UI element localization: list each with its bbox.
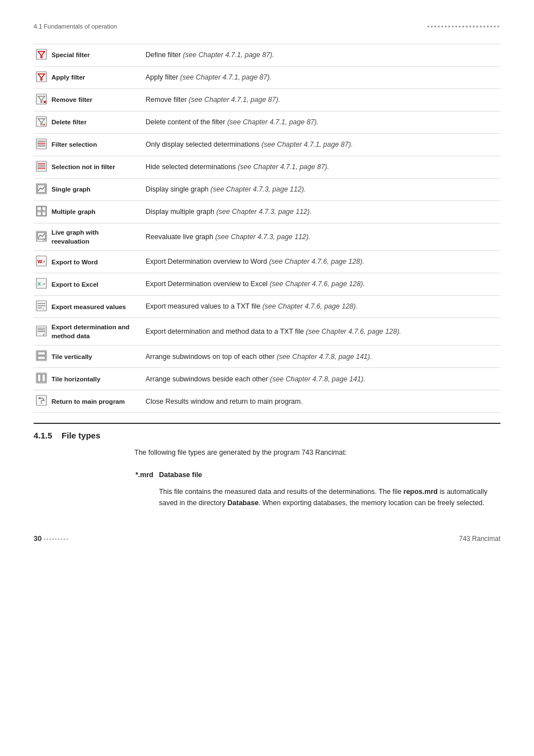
delete-filter-description: Delete content of the filter (see Chapte… [140,111,500,134]
table-row: Filter selectionOnly display selected de… [34,134,500,156]
special-filter-description: Define filter (see Chapter 4.7.1, page 8… [140,44,500,67]
table-row: Selection not in filterHide selected det… [34,156,500,179]
filetypes-table: *.mrdDatabase fileThis file contains the… [134,466,500,512]
return-main-label: Return to main program [50,390,140,413]
tile-horizontally-icon [34,368,50,390]
filetype-row: *.mrdDatabase file [135,467,499,483]
tile-vertically-description: Arrange subwindows on top of each other … [140,346,500,368]
export-word-label: Export to Word [50,251,140,273]
icon-reference-table: * Special filterDefine filter (see Chapt… [34,44,500,413]
multiple-graph-icon [34,201,50,223]
filter-selection-icon [34,134,50,156]
export-det-method-label: Export determination and method data [50,318,140,346]
single-graph-icon [34,179,50,201]
selection-not-filter-description: Hide selected determinations (see Chapte… [140,156,500,179]
apply-filter-description: Apply filter (see Chapter 4.7.1, page 87… [140,67,500,89]
export-measured-description: Export measured values to a TXT file (se… [140,296,500,318]
filter-selection-description: Only display selected determinations (se… [140,134,500,156]
tile-vertically-label: Tile vertically [50,346,140,368]
svg-text:↓: ↓ [43,306,45,310]
header-left: 4.1 Fundamentals of operation [34,23,117,30]
svg-rect-14 [38,143,45,144]
multiple-graph-label: Multiple graph [50,201,140,223]
special-filter-label: Special filter [50,44,140,67]
single-graph-description: Display single graph (see Chapter 4.7.3,… [140,179,500,201]
table-row: Remove filterRemove filter (see Chapter … [34,89,500,111]
remove-filter-icon [34,89,50,111]
single-graph-label: Single graph [50,179,140,201]
table-row: × Delete filterDelete content of the fil… [34,111,500,134]
export-excel-icon: X ↗ [34,273,50,296]
export-measured-icon: ↓ [34,296,50,318]
export-word-description: Export Determination overview to Word (s… [140,251,500,273]
svg-text:↙: ↙ [43,332,46,336]
export-det-method-icon: ↙ [34,318,50,346]
remove-filter-description: Remove filter (see Chapter 4.7.1, page 8… [140,89,500,111]
svg-text:X: X [38,281,41,287]
export-det-method-description: Export determination and method data to … [140,318,500,346]
table-row: Multiple graphDisplay multiple graph (se… [34,201,500,223]
section-intro: The following file types are generated b… [134,447,500,458]
tile-horizontally-description: Arrange subwindows beside each other (se… [140,368,500,390]
special-filter-icon: * [34,44,50,67]
table-row: Return to main programClose Results wind… [34,390,500,413]
multiple-graph-description: Display multiple graph (see Chapter 4.7.… [140,201,500,223]
svg-text:↗: ↗ [42,260,45,264]
svg-rect-49 [36,373,46,383]
page-header: 4.1 Fundamentals of operation ▪▪▪▪▪▪▪▪▪▪… [34,22,500,30]
delete-filter-icon: × [34,111,50,134]
table-row: Apply filterApply filter (see Chapter 4.… [34,67,500,89]
page: 4.1 Fundamentals of operation ▪▪▪▪▪▪▪▪▪▪… [0,0,534,565]
export-excel-description: Export Determination overview to Excel (… [140,273,500,296]
svg-rect-17 [38,163,45,165]
table-row: X ↗ Export to ExcelExport Determination … [34,273,500,296]
delete-filter-label: Delete filter [50,111,140,134]
selection-not-filter-icon [34,156,50,179]
table-row: ↺ Live graph with reevaluationReevaluate… [34,223,500,251]
header-dots: ▪▪▪▪▪▪▪▪▪▪▪▪▪▪▪▪▪▪▪▪▪ [427,22,500,30]
filetype-label: Database file [159,467,499,483]
svg-rect-13 [38,141,45,142]
tile-horizontally-label: Tile horizontally [50,368,140,390]
svg-rect-19 [38,167,45,169]
table-row: ↓ Export measured valuesExport measured … [34,296,500,318]
table-row: W ↗ Export to WordExport Determination o… [34,251,500,273]
remove-filter-label: Remove filter [50,89,140,111]
svg-text:×: × [43,122,46,127]
footer-left: 30 ▪▪▪▪▪▪▪▪▪ [34,534,69,543]
table-row: Tile horizontallyArrange subwindows besi… [34,368,500,390]
table-row: Tile verticallyArrange subwindows on top… [34,346,500,368]
export-word-icon: W ↗ [34,251,50,273]
live-graph-label: Live graph with reevaluation [50,223,140,251]
live-graph-icon: ↺ [34,223,50,251]
svg-text:↗: ↗ [42,282,45,286]
footer-title: 743 Rancimat [459,535,500,543]
table-row: * Special filterDefine filter (see Chapt… [34,44,500,67]
apply-filter-icon [34,67,50,89]
export-excel-label: Export to Excel [50,273,140,296]
apply-filter-label: Apply filter [50,67,140,89]
table-row: ↙ Export determination and method dataEx… [34,318,500,346]
filter-selection-label: Filter selection [50,134,140,156]
filetype-description: This file contains the measured data and… [159,484,499,511]
section-heading: 4.1.5 File types [34,431,500,440]
svg-rect-18 [38,165,45,167]
selection-not-filter-label: Selection not in filter [50,156,140,179]
section-divider [34,423,500,424]
svg-rect-46 [36,351,46,361]
live-graph-description: Reevaluate live graph (see Chapter 4.7.3… [140,223,500,251]
page-footer: 30 ▪▪▪▪▪▪▪▪▪ 743 Rancimat [34,534,500,543]
tile-vertically-icon [34,346,50,368]
filetype-desc-row: This file contains the measured data and… [135,484,499,511]
return-main-description: Close Results window and return to main … [140,390,500,413]
svg-text:↺: ↺ [43,239,46,242]
table-row: Single graphDisplay single graph (see Ch… [34,179,500,201]
export-measured-label: Export measured values [50,296,140,318]
return-main-icon [34,390,50,413]
filetype-ext: *.mrd [135,467,158,511]
svg-rect-15 [38,145,45,147]
